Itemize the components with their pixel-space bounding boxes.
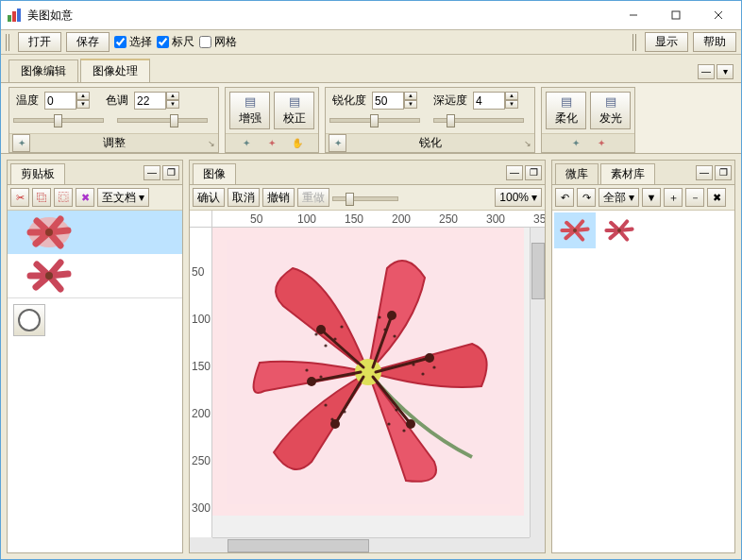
clipboard-toolbar: ✂ ⿻ ⿴ ✖ 至文档▾ <box>8 185 182 211</box>
cut-button[interactable]: ✂ <box>10 188 29 207</box>
ribbon-group-adjust: 温度 ▲▼ 色调 ▲▼ ✦ 调整 ↘ <box>8 87 219 153</box>
save-button[interactable]: 保存 <box>66 32 110 52</box>
temperature-label: 温度 <box>13 93 42 109</box>
clipboard-item[interactable] <box>8 254 91 297</box>
svg-point-28 <box>383 328 386 331</box>
delete-all-button[interactable]: ✖ <box>707 188 726 207</box>
show-button[interactable]: 显示 <box>645 32 688 52</box>
zoom-dropdown[interactable]: 100%▾ <box>495 188 542 207</box>
undo-button[interactable]: 撤销 <box>262 188 295 207</box>
group-label-adjust: 调整 <box>103 135 126 151</box>
chevron-down-icon: ▾ <box>531 191 537 204</box>
wand-icon[interactable]: ✦ <box>566 134 584 152</box>
tone-spinner[interactable]: ▲▼ <box>134 92 179 110</box>
svg-rect-4 <box>672 11 680 19</box>
svg-point-36 <box>402 429 405 432</box>
wand-icon[interactable]: ✦ <box>592 134 610 152</box>
app-title: 美图如意 <box>25 8 612 24</box>
sharpness-spinner[interactable]: ▲▼ <box>372 92 417 110</box>
toolbar-grip-right[interactable] <box>632 34 637 51</box>
tab-sucai[interactable]: 素材库 <box>600 163 655 184</box>
cancel-button[interactable]: 取消 <box>228 188 260 207</box>
add-button[interactable]: ＋ <box>664 188 683 207</box>
export-button[interactable]: ↷ <box>577 188 596 207</box>
sharpness-slider[interactable] <box>329 112 420 126</box>
temperature-spinner[interactable]: ▲▼ <box>44 92 90 110</box>
expand-icon[interactable]: ↘ <box>524 139 531 148</box>
library-item[interactable] <box>599 212 640 248</box>
ribbon-close-button[interactable]: ▾ <box>717 64 734 79</box>
tab-weiku[interactable]: 微库 <box>555 163 599 184</box>
titlebar: 美图如意 <box>1 1 741 29</box>
svg-point-41 <box>305 368 308 371</box>
clipboard-item[interactable] <box>8 211 91 254</box>
vertical-scrollbar[interactable] <box>530 228 545 537</box>
clipboard-tab[interactable]: 剪贴板 <box>10 163 65 184</box>
help-button[interactable]: 帮助 <box>693 32 736 52</box>
confirm-button[interactable]: 确认 <box>193 188 225 207</box>
svg-point-29 <box>393 334 396 337</box>
svg-point-21 <box>406 419 415 429</box>
wand-icon[interactable]: ✦ <box>12 134 30 152</box>
paste-button[interactable]: ⿴ <box>54 188 73 207</box>
delete-button[interactable]: ✖ <box>76 188 94 207</box>
depth-spinner[interactable]: ▲▼ <box>473 92 518 110</box>
panel-minimize-button[interactable]: ― <box>696 165 713 180</box>
down-arrow-icon[interactable]: ▼ <box>166 100 179 109</box>
canvas-image[interactable] <box>212 228 524 516</box>
window-minimize-button[interactable] <box>612 2 654 28</box>
up-arrow-icon[interactable]: ▲ <box>76 92 90 100</box>
filter-all-dropdown[interactable]: 全部▾ <box>599 188 639 207</box>
window-close-button[interactable] <box>697 2 739 28</box>
sharpness-label: 锐化度 <box>329 93 369 109</box>
depth-slider[interactable] <box>433 112 524 126</box>
ribbon-group-soften-glow: ▤柔化 ▤发光 ✦ ✦ <box>541 87 635 153</box>
tab-image-process[interactable]: 图像处理 <box>80 59 150 82</box>
record-button[interactable] <box>18 309 41 331</box>
copy-button[interactable]: ⿻ <box>32 188 51 207</box>
library-item[interactable] <box>554 212 596 248</box>
zoom-slider[interactable] <box>332 191 398 204</box>
select-checkbox[interactable]: 选择 <box>114 34 152 50</box>
soften-button[interactable]: ▤柔化 <box>546 92 586 129</box>
correct-button[interactable]: ▤校正 <box>274 92 314 129</box>
glow-button[interactable]: ▤发光 <box>590 92 631 129</box>
tone-slider[interactable] <box>117 112 208 126</box>
tab-image-edit[interactable]: 图像编辑 <box>8 59 78 82</box>
to-document-dropdown[interactable]: 至文档▾ <box>97 188 149 207</box>
grid-checkbox[interactable]: 网格 <box>199 34 237 50</box>
toolbar-grip[interactable] <box>6 34 10 51</box>
text-icon: ▤ <box>289 94 300 109</box>
panel-minimize-button[interactable]: ― <box>506 165 523 180</box>
import-button[interactable]: ↶ <box>555 188 574 207</box>
panel-restore-button[interactable]: ❐ <box>715 165 732 180</box>
wand-icon[interactable]: ✦ <box>263 134 281 152</box>
canvas[interactable] <box>212 228 530 537</box>
panel-minimize-button[interactable]: ― <box>143 165 160 180</box>
hand-icon[interactable]: ✋ <box>289 134 307 152</box>
window-maximize-button[interactable] <box>654 2 697 28</box>
open-button[interactable]: 打开 <box>18 32 61 52</box>
panel-restore-button[interactable]: ❐ <box>162 165 179 180</box>
enhance-button[interactable]: ▤增强 <box>229 92 270 129</box>
remove-button[interactable]: － <box>685 188 704 207</box>
temperature-slider[interactable] <box>13 112 104 126</box>
ruler-checkbox[interactable]: 标尺 <box>157 34 194 50</box>
horizontal-scrollbar[interactable] <box>212 537 530 552</box>
svg-point-27 <box>314 332 317 335</box>
down-arrow-icon[interactable]: ▼ <box>76 100 90 109</box>
ribbon-group-sharpen: 锐化度 ▲▼ 深远度 ▲▼ ✦ 锐化 ↘ <box>325 87 535 153</box>
expand-icon[interactable]: ↘ <box>208 139 215 148</box>
redo-button[interactable]: 重做 <box>297 188 329 207</box>
main-toolbar: 打开 保存 选择 标尺 网格 显示 帮助 <box>1 29 741 55</box>
image-panel: 图像 ― ❐ 确认 取消 撤销 重做 100%▾ 50100150 <box>189 160 546 553</box>
up-arrow-icon[interactable]: ▲ <box>166 92 179 100</box>
wand-icon[interactable]: ✦ <box>238 134 256 152</box>
main-tabs: 图像编辑 图像处理 ― ▾ <box>1 55 741 82</box>
panel-restore-button[interactable]: ❐ <box>525 165 542 180</box>
ribbon-minimize-button[interactable]: ― <box>698 64 715 79</box>
image-tab[interactable]: 图像 <box>193 163 236 184</box>
filter-button[interactable]: ▼ <box>642 188 661 207</box>
library-list <box>552 211 734 552</box>
wand-icon[interactable]: ✦ <box>329 134 346 152</box>
